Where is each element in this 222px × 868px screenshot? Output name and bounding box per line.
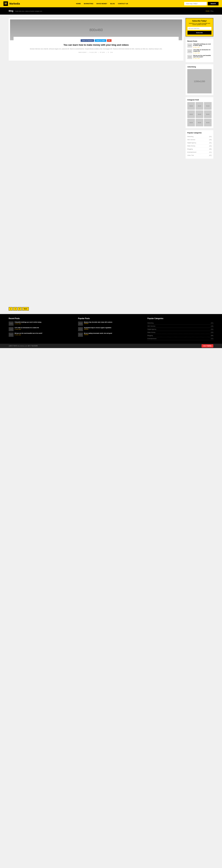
widget-title: Instagram Feed bbox=[187, 99, 212, 101]
instagram-thumb[interactable]: 90x90 bbox=[196, 102, 203, 110]
sidebar: Subscribe Today! Subscribe to our weekly… bbox=[186, 18, 213, 161]
mini-post[interactable]: 80x80 Let's make an introduction for cre… bbox=[9, 327, 74, 331]
subscribe-text: Subscribe to our weekly Newsletter and r… bbox=[188, 23, 212, 25]
subscribe-input[interactable] bbox=[188, 27, 212, 30]
mini-post[interactable]: 80x80 Did you see the most beautiful sea… bbox=[187, 55, 212, 59]
footer: Recent Posts 80x80 5 Beautiful buildings… bbox=[0, 314, 222, 344]
subscribe-button[interactable]: Subscribe bbox=[188, 31, 212, 35]
ad-image[interactable]: 1200x1200 bbox=[187, 69, 212, 93]
nav-contact[interactable]: CONTACT US bbox=[118, 3, 128, 4]
category-item[interactable]: Make Money(22) bbox=[187, 145, 212, 148]
share-google-plus[interactable]: G+ bbox=[107, 39, 112, 42]
mini-post[interactable]: 80x80 Let's make an introduction for cre… bbox=[187, 49, 212, 54]
category-item[interactable]: Make Money(22) bbox=[148, 331, 213, 334]
category-item[interactable]: Entertaintment(11) bbox=[187, 151, 212, 154]
category-item[interactable]: Marketing(21) bbox=[148, 321, 213, 324]
category-item[interactable]: Digital Agency(31) bbox=[187, 141, 212, 145]
search-input[interactable] bbox=[184, 2, 207, 5]
mini-post[interactable]: 80x80 Did you see the most beautiful sea… bbox=[9, 333, 74, 337]
meta-category[interactable]: MAKE MONEY bbox=[77, 52, 87, 53]
footer-col-title: Popular Categories bbox=[148, 317, 213, 319]
recent-posts-widget: Recent Posts 80x80 5 Beautiful buildings… bbox=[186, 38, 213, 62]
mini-post-date: 12 JAN, 2016 bbox=[14, 323, 41, 324]
mini-post[interactable]: 80x80 We are making homemade ravioli, ni… bbox=[78, 333, 144, 337]
widget-title: Advertising bbox=[187, 66, 212, 68]
subscribe-title: Subscribe Today! bbox=[188, 20, 212, 22]
categories-widget: Popular Categories Marketing(21)SEO Serv… bbox=[186, 130, 213, 159]
breadcrumb: Home / Blog bbox=[206, 10, 213, 12]
crumb-home[interactable]: Home bbox=[206, 10, 209, 12]
footer-recent: Recent Posts 80x80 5 Beautiful buildings… bbox=[9, 317, 74, 340]
mini-post[interactable]: 80x80 5 Beautiful buildings you need to … bbox=[187, 43, 212, 48]
page-next[interactable]: Next bbox=[22, 307, 29, 311]
mini-post-title: Let's make an introduction for creative … bbox=[14, 327, 39, 329]
instagram-thumb[interactable]: 90x90 bbox=[187, 119, 195, 126]
category-item[interactable]: Blogging(66) bbox=[148, 334, 213, 337]
category-item[interactable]: Digital Agency(31) bbox=[148, 328, 213, 331]
post-card: 800x460 Share on Facebook Tweet on Twitt… bbox=[9, 18, 184, 61]
nav-make-money[interactable]: MAKE MONEY bbox=[96, 3, 107, 4]
mini-post[interactable]: 80x80 Banana-chip chocolate cake recipe … bbox=[78, 321, 144, 326]
thumb-icon: 80x80 bbox=[78, 327, 83, 331]
page-2[interactable]: 2 bbox=[13, 307, 17, 311]
top-header: M Markedia HOME MARKETING MAKE MONEY BLO… bbox=[0, 0, 222, 7]
page-1[interactable]: 1 bbox=[9, 307, 13, 311]
search-button[interactable]: Search bbox=[208, 2, 219, 5]
category-item[interactable]: Marketing(21) bbox=[187, 135, 212, 138]
mini-post-date: 21 JULY, 2017 bbox=[193, 47, 212, 48]
nav-blog[interactable]: BLOG bbox=[110, 3, 115, 4]
page-subtitle: Nulla felis eros, varius sit amet volutp… bbox=[15, 10, 42, 12]
mini-post-title: We are making homemade ravioli, nice and… bbox=[84, 333, 112, 334]
instagram-thumb[interactable]: 90x90 bbox=[187, 102, 195, 110]
thumb-icon: 80x80 bbox=[78, 333, 83, 337]
instagram-thumb[interactable]: 90x90 bbox=[196, 111, 203, 118]
category-item[interactable]: SEO Service(15) bbox=[148, 324, 213, 328]
thumb-icon: 80x80 bbox=[187, 49, 192, 53]
star-rating-icon: ★★★★★ bbox=[84, 329, 112, 330]
category-item[interactable]: Entertaintment(11) bbox=[148, 337, 213, 340]
nav-marketing[interactable]: MARKETING bbox=[84, 3, 93, 4]
main-nav: HOME MARKETING MAKE MONEY BLOG CONTACT U… bbox=[76, 3, 128, 4]
share-buttons: Share on Facebook Tweet on Twitter G+ bbox=[16, 39, 176, 42]
pagination: 1 2 3 Next bbox=[9, 307, 184, 311]
logo-text: Markedia bbox=[9, 2, 20, 5]
thumb-icon: 80x80 bbox=[187, 43, 192, 48]
advertising-widget: Advertising 1200x1200 bbox=[186, 64, 213, 95]
instagram-thumb[interactable]: 90x90 bbox=[196, 119, 203, 126]
footer-col-title: Recent Posts bbox=[9, 317, 74, 319]
instagram-widget: Instagram Feed 90x9090x9090x9090x9090x90… bbox=[186, 97, 213, 128]
meta-date: 21 JULY, 2017 bbox=[89, 52, 98, 53]
post-excerpt: Aenean interdum arcu blandit, vehicula m… bbox=[16, 48, 176, 50]
category-item[interactable]: SEO Service(15) bbox=[187, 138, 212, 141]
instagram-thumb[interactable]: 90x90 bbox=[187, 111, 195, 118]
post-title[interactable]: You can learn how to make money with you… bbox=[16, 43, 176, 46]
mini-post-date: 21 JULY, 2017 bbox=[193, 53, 212, 54]
nav-home[interactable]: HOME bbox=[76, 3, 81, 4]
share-facebook[interactable]: Share on Facebook bbox=[81, 39, 94, 42]
mini-post-title: 10 practical ways to choose organic vege… bbox=[84, 327, 112, 329]
mini-post[interactable]: 80x80 10 practical ways to choose organi… bbox=[78, 327, 144, 331]
category-item[interactable]: Blogging(66) bbox=[187, 148, 212, 151]
instagram-thumb[interactable]: 90x90 bbox=[204, 111, 212, 118]
thumb-icon: 80x80 bbox=[9, 321, 13, 326]
meta-author[interactable]: BY JACK bbox=[99, 52, 106, 53]
logo[interactable]: M Markedia bbox=[3, 1, 20, 6]
page-3[interactable]: 3 bbox=[18, 307, 22, 311]
mini-post-date: 07 JAN, 2016 bbox=[14, 334, 42, 335]
mini-post-date: 11 JAN, 2016 bbox=[14, 329, 39, 330]
download-button[interactable]: 前往下载模板 bbox=[201, 344, 213, 347]
logo-icon: M bbox=[3, 1, 8, 6]
star-rating-icon: ★★★★★ bbox=[84, 323, 112, 324]
mini-post[interactable]: 80x80 5 Beautiful buildings you need to … bbox=[9, 321, 74, 326]
star-rating-icon: ★★★★★ bbox=[84, 334, 112, 335]
footer-popular: Popular Posts 80x80 Banana-chip chocolat… bbox=[78, 317, 144, 340]
share-twitter[interactable]: Tweet on Twitter bbox=[95, 39, 106, 42]
instagram-thumb[interactable]: 90x90 bbox=[204, 119, 212, 126]
post-meta: MAKE MONEY | 21 JULY, 2017 | BY JACK | 👁… bbox=[16, 52, 176, 53]
watermark-text: 仅限学习研究 bbs.xtenloo.com 索引下载资源网 bbox=[9, 345, 38, 347]
mini-post-title: 5 Beautiful buildings you need to before… bbox=[14, 321, 41, 323]
main-content: 800x460 Share on Facebook Tweet on Twitt… bbox=[9, 18, 184, 311]
category-item[interactable]: Video Tuts(87) bbox=[187, 154, 212, 157]
instagram-thumb[interactable]: 90x90 bbox=[204, 102, 212, 110]
mini-post-title: Did you see the most beautiful sea in th… bbox=[193, 55, 212, 58]
